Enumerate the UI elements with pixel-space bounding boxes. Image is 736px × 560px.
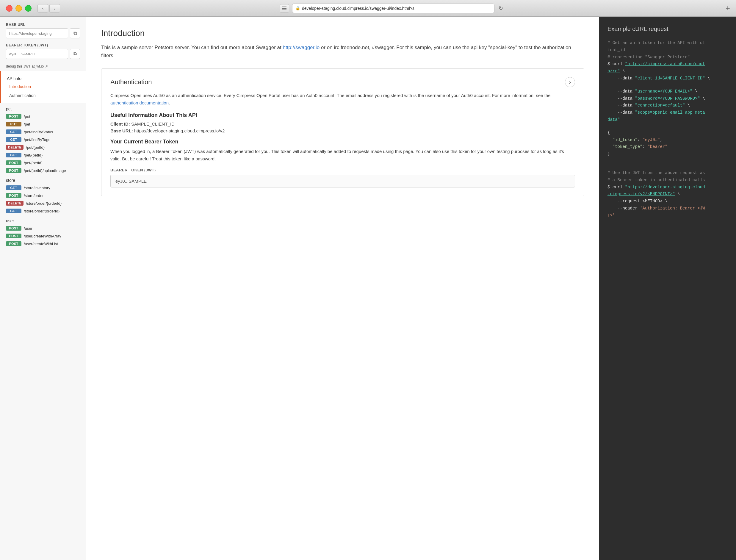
right-panel: Example cURL request # Get an auth token… <box>599 17 736 560</box>
auth-doc-link[interactable]: authentication documentation <box>110 100 169 105</box>
code-line: --header 'Authorization: Bearer <JW <box>607 205 728 212</box>
endpoint-post-uploadImage[interactable]: POST /pet/{petId}/uploadImage <box>0 167 86 174</box>
method-badge-post: POST <box>6 193 21 198</box>
maximize-button[interactable] <box>25 5 32 12</box>
category-store: store <box>0 174 86 184</box>
nav-item-authentication[interactable]: Authentication <box>1 91 86 100</box>
jwt-debug-link[interactable]: debug this JWT at jwt.io <box>6 64 44 68</box>
endpoint-post-pet[interactable]: POST /pet <box>0 112 86 120</box>
auth-body: Cimpress Open uses Auth0 as an authentic… <box>110 92 575 107</box>
intro-text1: This is a sample server Petstore server.… <box>101 45 282 50</box>
auth-header: Authentication › <box>110 77 575 87</box>
method-badge-delete: DELETE <box>6 145 24 150</box>
api-info-label: API info <box>1 74 86 82</box>
base-url-info-label: Base URL: <box>110 128 133 133</box>
refresh-button[interactable]: ↻ <box>498 5 503 12</box>
method-badge-post: POST <box>6 168 21 173</box>
auth-section: Authentication › Cimpress Open uses Auth… <box>101 68 584 196</box>
bearer-token-group: BEARER TOKEN (JWT) ⧉ <box>5 43 81 59</box>
expand-button[interactable]: › <box>565 77 575 87</box>
endpoint-path: /user/createWithArray <box>24 234 61 238</box>
main-area: BASE URL ⧉ BEARER TOKEN (JWT) ⧉ debug th… <box>0 17 736 560</box>
bearer-token-input[interactable] <box>6 49 68 59</box>
endpoint-path: /pet/findByStatus <box>24 130 53 134</box>
bearer-token-label: BEARER TOKEN (JWT) <box>6 43 80 47</box>
endpoint-post-createWithArray[interactable]: POST /user/createWithArray <box>0 232 86 240</box>
base-url-row: Base URL: https://developer-staging.clou… <box>110 128 575 133</box>
method-badge-put: PUT <box>6 122 21 126</box>
method-badge-post: POST <box>6 241 21 246</box>
address-bar[interactable]: 🔒 developer-staging.cloud.cimpress.io/sw… <box>292 4 494 13</box>
auth-title: Authentication <box>110 78 152 86</box>
code-line: --data "connection=default" \ <box>607 102 728 109</box>
code-line: .cimpress.io/v2/<ENDPOINT>" \ <box>607 191 728 198</box>
endpoint-post-order[interactable]: POST /store/order <box>0 192 86 199</box>
category-user: user <box>0 215 86 224</box>
content-area: Introduction This is a sample server Pet… <box>86 17 599 560</box>
code-line: "id_token": "eyJ0…", <box>607 137 728 144</box>
endpoint-path: /store/inventory <box>24 186 50 190</box>
code-line: T>' <box>607 212 728 219</box>
endpoint-post-user[interactable]: POST /user <box>0 224 86 232</box>
method-badge-get: GET <box>6 129 21 134</box>
method-badge-delete: DELETE <box>6 201 24 206</box>
endpoint-get-petId[interactable]: GET /pet/{petId} <box>0 151 86 159</box>
base-url-group: BASE URL ⧉ <box>5 23 81 38</box>
endpoint-path: /pet/findByTags <box>24 137 50 142</box>
method-badge-get: GET <box>6 137 21 142</box>
panel-title: Example cURL request <box>607 26 728 32</box>
code-line: } <box>607 151 728 158</box>
code-line: --data "username=<YOUR_EMAIL>" \ <box>607 88 728 95</box>
method-badge-get: GET <box>6 153 21 157</box>
useful-info-title: Useful Information About This API <box>110 112 575 118</box>
close-button[interactable] <box>6 5 13 12</box>
forward-button[interactable]: › <box>49 4 60 12</box>
endpoint-delete-orderId[interactable]: DELETE /store/order/{orderId} <box>0 199 86 207</box>
endpoint-get-orderId[interactable]: GET /store/order/{orderId} <box>0 207 86 215</box>
endpoint-get-inventory[interactable]: GET /store/inventory <box>0 184 86 192</box>
method-badge-post: POST <box>6 226 21 231</box>
method-badge-post: POST <box>6 234 21 238</box>
bearer-token-copy-button[interactable]: ⧉ <box>70 49 80 59</box>
endpoint-get-findByTags[interactable]: GET /pet/findByTags <box>0 136 86 143</box>
method-badge-get: GET <box>6 185 21 190</box>
endpoint-delete-petId[interactable]: DELETE /pet/{petId} <box>0 143 86 151</box>
address-bar-area: 🔒 developer-staging.cloud.cimpress.io/sw… <box>60 4 723 13</box>
endpoint-post-petId[interactable]: POST /pet/{petId} <box>0 159 86 167</box>
endpoint-path: /pet/{petId} <box>26 145 45 150</box>
code-gap <box>607 158 728 164</box>
code-line: ient_id <box>607 47 728 54</box>
code-gap <box>607 82 728 88</box>
method-badge-post: POST <box>6 114 21 119</box>
code-line: data" <box>607 116 728 123</box>
nav-item-introduction[interactable]: Introduction <box>1 82 86 91</box>
code-line: { <box>607 129 728 137</box>
code-line: --data "client_id=SAMPLE_CLIENT_ID" \ <box>607 75 728 82</box>
endpoint-path: /store/order/{orderId} <box>26 201 62 206</box>
code-line: --data "scope=openid email app_meta <box>607 109 728 116</box>
title-bar: ‹ › 🔒 developer-staging.cloud.cimpress.i… <box>0 0 736 17</box>
endpoint-put-pet[interactable]: PUT /pet <box>0 120 86 128</box>
base-url-input[interactable] <box>6 28 68 38</box>
code-gap <box>607 123 728 129</box>
nav-buttons: ‹ › <box>38 4 60 12</box>
intro-body: This is a sample server Petstore server.… <box>101 43 584 60</box>
debug-link[interactable]: debug this JWT at jwt.io ↗ <box>5 64 81 69</box>
browser-window: ‹ › 🔒 developer-staging.cloud.cimpress.i… <box>0 0 736 560</box>
menu-button[interactable] <box>280 4 289 12</box>
endpoint-post-createWithList[interactable]: POST /user/createWithList <box>0 240 86 248</box>
back-button[interactable]: ‹ <box>38 4 48 12</box>
new-tab-button[interactable]: + <box>726 4 730 13</box>
minimize-button[interactable] <box>15 5 22 12</box>
base-url-label: BASE URL <box>6 23 80 27</box>
intro-title: Introduction <box>101 29 584 38</box>
code-line: h/ro" \ <box>607 68 728 75</box>
client-id-value: SAMPLE_CLIENT_ID <box>131 121 175 126</box>
swagger-link[interactable]: http://swagger.io <box>283 45 320 50</box>
endpoint-get-findByStatus[interactable]: GET /pet/findByStatus <box>0 128 86 136</box>
code-line: # a Bearer token in authenticated calls <box>607 177 728 184</box>
base-url-copy-button[interactable]: ⧉ <box>70 28 80 38</box>
code-line: # Use the JWT from the above request as <box>607 170 728 177</box>
auth-text1: Cimpress Open uses Auth0 as an authentic… <box>110 93 551 98</box>
category-pet: pet <box>0 103 86 112</box>
